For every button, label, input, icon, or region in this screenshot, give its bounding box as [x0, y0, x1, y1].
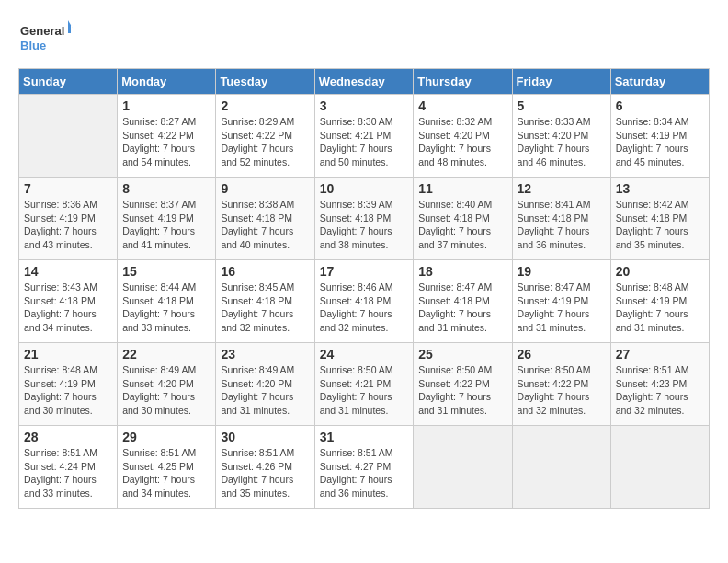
day-info: Sunrise: 8:49 AM Sunset: 4:20 PM Dayligh… — [221, 363, 309, 418]
calendar-week-row: 28Sunrise: 8:51 AM Sunset: 4:24 PM Dayli… — [19, 426, 710, 509]
day-number: 3 — [320, 98, 409, 113]
calendar-cell: 26Sunrise: 8:50 AM Sunset: 4:22 PM Dayli… — [512, 343, 610, 426]
calendar-cell: 21Sunrise: 8:48 AM Sunset: 4:19 PM Dayli… — [19, 343, 118, 426]
svg-text:Blue: Blue — [20, 39, 46, 52]
calendar-header-row: SundayMondayTuesdayWednesdayThursdayFrid… — [19, 69, 710, 95]
calendar-cell: 23Sunrise: 8:49 AM Sunset: 4:20 PM Dayli… — [216, 343, 314, 426]
day-number: 25 — [418, 347, 506, 362]
day-info: Sunrise: 8:49 AM Sunset: 4:20 PM Dayligh… — [122, 363, 210, 418]
calendar-week-row: 21Sunrise: 8:48 AM Sunset: 4:19 PM Dayli… — [19, 343, 710, 426]
calendar-cell: 27Sunrise: 8:51 AM Sunset: 4:23 PM Dayli… — [610, 343, 709, 426]
calendar-cell: 3Sunrise: 8:30 AM Sunset: 4:21 PM Daylig… — [314, 95, 414, 178]
day-info: Sunrise: 8:32 AM Sunset: 4:20 PM Dayligh… — [418, 115, 506, 169]
day-info: Sunrise: 8:50 AM Sunset: 4:21 PM Dayligh… — [320, 363, 409, 418]
calendar-cell: 19Sunrise: 8:47 AM Sunset: 4:19 PM Dayli… — [512, 260, 610, 343]
calendar-dow-header: Thursday — [414, 69, 512, 95]
calendar-week-row: 1Sunrise: 8:27 AM Sunset: 4:22 PM Daylig… — [19, 95, 710, 178]
calendar-cell: 18Sunrise: 8:47 AM Sunset: 4:18 PM Dayli… — [414, 260, 512, 343]
day-number: 21 — [24, 347, 112, 362]
day-info: Sunrise: 8:51 AM Sunset: 4:23 PM Dayligh… — [616, 363, 704, 418]
day-number: 10 — [320, 181, 409, 196]
day-info: Sunrise: 8:27 AM Sunset: 4:22 PM Dayligh… — [122, 115, 210, 169]
calendar-cell: 12Sunrise: 8:41 AM Sunset: 4:18 PM Dayli… — [512, 178, 610, 260]
calendar-cell: 14Sunrise: 8:43 AM Sunset: 4:18 PM Dayli… — [19, 260, 118, 343]
calendar-dow-header: Tuesday — [216, 69, 314, 95]
day-info: Sunrise: 8:30 AM Sunset: 4:21 PM Dayligh… — [320, 115, 409, 169]
calendar-cell: 15Sunrise: 8:44 AM Sunset: 4:18 PM Dayli… — [118, 260, 216, 343]
day-number: 20 — [616, 264, 704, 279]
day-info: Sunrise: 8:40 AM Sunset: 4:18 PM Dayligh… — [418, 198, 506, 252]
calendar-week-row: 14Sunrise: 8:43 AM Sunset: 4:18 PM Dayli… — [19, 260, 710, 343]
calendar-cell: 31Sunrise: 8:51 AM Sunset: 4:27 PM Dayli… — [314, 426, 414, 509]
day-number: 12 — [518, 181, 606, 196]
svg-marker-2 — [71, 24, 74, 33]
day-info: Sunrise: 8:51 AM Sunset: 4:26 PM Dayligh… — [221, 446, 309, 500]
calendar-cell — [414, 426, 512, 509]
day-number: 8 — [122, 181, 210, 196]
calendar-cell: 4Sunrise: 8:32 AM Sunset: 4:20 PM Daylig… — [414, 95, 512, 178]
day-number: 26 — [518, 347, 606, 362]
day-number: 15 — [122, 264, 210, 279]
day-number: 6 — [616, 98, 704, 113]
day-info: Sunrise: 8:48 AM Sunset: 4:19 PM Dayligh… — [616, 281, 704, 335]
day-number: 5 — [518, 98, 606, 113]
day-number: 28 — [24, 430, 112, 444]
day-number: 24 — [320, 347, 409, 362]
day-info: Sunrise: 8:33 AM Sunset: 4:20 PM Dayligh… — [518, 115, 606, 169]
day-number: 22 — [122, 347, 210, 362]
calendar-cell: 2Sunrise: 8:29 AM Sunset: 4:22 PM Daylig… — [216, 95, 314, 178]
calendar-table: SundayMondayTuesdayWednesdayThursdayFrid… — [18, 68, 710, 509]
calendar-cell: 10Sunrise: 8:39 AM Sunset: 4:18 PM Dayli… — [314, 178, 414, 260]
day-info: Sunrise: 8:29 AM Sunset: 4:22 PM Dayligh… — [221, 115, 309, 169]
calendar-cell: 13Sunrise: 8:42 AM Sunset: 4:18 PM Dayli… — [610, 178, 709, 260]
calendar-cell: 11Sunrise: 8:40 AM Sunset: 4:18 PM Dayli… — [414, 178, 512, 260]
day-number: 9 — [221, 181, 309, 196]
day-info: Sunrise: 8:46 AM Sunset: 4:18 PM Dayligh… — [320, 281, 409, 335]
day-number: 19 — [518, 264, 606, 279]
calendar-cell: 9Sunrise: 8:38 AM Sunset: 4:18 PM Daylig… — [216, 178, 314, 260]
calendar-dow-header: Friday — [512, 69, 610, 95]
svg-text:General: General — [20, 24, 64, 38]
day-number: 13 — [616, 181, 704, 196]
day-number: 11 — [418, 181, 506, 196]
calendar-cell: 25Sunrise: 8:50 AM Sunset: 4:22 PM Dayli… — [414, 343, 512, 426]
calendar-cell: 24Sunrise: 8:50 AM Sunset: 4:21 PM Dayli… — [314, 343, 414, 426]
day-info: Sunrise: 8:44 AM Sunset: 4:18 PM Dayligh… — [122, 281, 210, 335]
day-info: Sunrise: 8:36 AM Sunset: 4:19 PM Dayligh… — [24, 198, 112, 252]
day-info: Sunrise: 8:50 AM Sunset: 4:22 PM Dayligh… — [518, 363, 606, 418]
calendar-dow-header: Sunday — [19, 69, 118, 95]
calendar-cell: 7Sunrise: 8:36 AM Sunset: 4:19 PM Daylig… — [19, 178, 118, 260]
calendar-cell — [19, 95, 118, 178]
calendar-cell: 22Sunrise: 8:49 AM Sunset: 4:20 PM Dayli… — [118, 343, 216, 426]
calendar-cell: 17Sunrise: 8:46 AM Sunset: 4:18 PM Dayli… — [314, 260, 414, 343]
calendar-cell: 6Sunrise: 8:34 AM Sunset: 4:19 PM Daylig… — [610, 95, 709, 178]
calendar-cell: 29Sunrise: 8:51 AM Sunset: 4:25 PM Dayli… — [118, 426, 216, 509]
day-number: 17 — [320, 264, 409, 279]
day-number: 23 — [221, 347, 309, 362]
calendar-dow-header: Wednesday — [314, 69, 414, 95]
calendar-cell: 5Sunrise: 8:33 AM Sunset: 4:20 PM Daylig… — [512, 95, 610, 178]
day-number: 29 — [122, 430, 210, 444]
day-info: Sunrise: 8:34 AM Sunset: 4:19 PM Dayligh… — [616, 115, 704, 169]
day-info: Sunrise: 8:38 AM Sunset: 4:18 PM Dayligh… — [221, 198, 309, 252]
day-info: Sunrise: 8:41 AM Sunset: 4:18 PM Dayligh… — [518, 198, 606, 252]
day-info: Sunrise: 8:43 AM Sunset: 4:18 PM Dayligh… — [24, 281, 112, 335]
day-info: Sunrise: 8:51 AM Sunset: 4:25 PM Dayligh… — [122, 446, 210, 500]
logo: General Blue — [18, 18, 74, 59]
day-info: Sunrise: 8:50 AM Sunset: 4:22 PM Dayligh… — [418, 363, 506, 418]
calendar-dow-header: Saturday — [610, 69, 709, 95]
day-number: 16 — [221, 264, 309, 279]
day-number: 2 — [221, 98, 309, 113]
day-number: 4 — [418, 98, 506, 113]
calendar-cell — [512, 426, 610, 509]
day-number: 14 — [24, 264, 112, 279]
day-info: Sunrise: 8:51 AM Sunset: 4:27 PM Dayligh… — [320, 446, 409, 500]
calendar-cell: 1Sunrise: 8:27 AM Sunset: 4:22 PM Daylig… — [118, 95, 216, 178]
day-number: 1 — [122, 98, 210, 113]
day-info: Sunrise: 8:48 AM Sunset: 4:19 PM Dayligh… — [24, 363, 112, 418]
day-info: Sunrise: 8:45 AM Sunset: 4:18 PM Dayligh… — [221, 281, 309, 335]
day-number: 30 — [221, 430, 309, 444]
calendar-cell — [610, 426, 709, 509]
calendar-cell: 30Sunrise: 8:51 AM Sunset: 4:26 PM Dayli… — [216, 426, 314, 509]
logo-icon: General Blue — [18, 18, 74, 59]
